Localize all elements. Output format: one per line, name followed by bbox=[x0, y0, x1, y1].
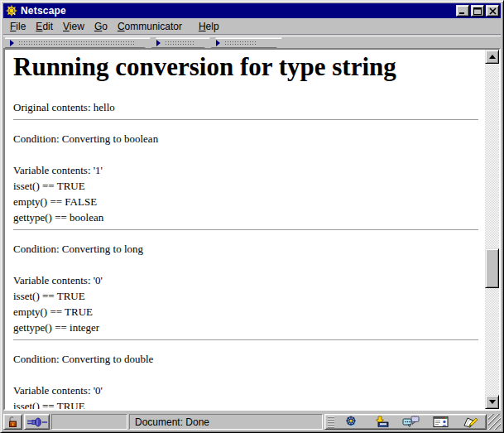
component-bar-grippy[interactable] bbox=[328, 416, 334, 428]
close-button[interactable] bbox=[486, 5, 499, 17]
collapsed-toolbar-strip bbox=[3, 36, 501, 48]
inbox-button[interactable] bbox=[371, 416, 392, 429]
result-line: empty() == TRUE bbox=[13, 304, 480, 320]
result-line: Variable contents: '0' bbox=[13, 272, 480, 288]
titlebar[interactable]: Netscape bbox=[3, 3, 501, 18]
horizontal-rule bbox=[13, 339, 478, 341]
horizontal-rule bbox=[13, 119, 478, 121]
netscape-window: Netscape File Edit View Go Communicator … bbox=[0, 0, 504, 433]
result-line: empty() == FALSE bbox=[13, 194, 480, 209]
navigator-wheel-icon bbox=[344, 415, 360, 429]
menu-go[interactable]: Go bbox=[89, 19, 113, 34]
address-book-icon bbox=[433, 416, 449, 428]
navigation-toolbar-tab[interactable] bbox=[5, 37, 151, 48]
maximize-button[interactable] bbox=[471, 5, 484, 17]
toolbar-texture bbox=[18, 41, 134, 46]
result-line: Variable contents: '1' bbox=[13, 162, 480, 178]
horizontal-rule bbox=[13, 229, 478, 231]
composer-button[interactable] bbox=[459, 416, 481, 429]
result-block: Variable contents: '0' isset() == TRUE bbox=[13, 382, 480, 409]
scroll-up-button[interactable] bbox=[485, 50, 499, 64]
menu-file[interactable]: File bbox=[5, 19, 31, 34]
expand-arrow-icon bbox=[10, 40, 14, 46]
location-toolbar-tab[interactable] bbox=[151, 37, 210, 48]
security-button[interactable] bbox=[3, 414, 22, 430]
address-book-button[interactable] bbox=[430, 416, 451, 429]
security-lock-icon bbox=[7, 416, 18, 428]
condition-line: Condition: Converting to double bbox=[13, 351, 480, 367]
navigator-button[interactable] bbox=[341, 416, 362, 429]
toolbar-texture bbox=[224, 41, 256, 46]
result-line: gettype() == integer bbox=[13, 320, 480, 335]
progress-bar bbox=[51, 414, 127, 430]
vertical-scrollbar[interactable] bbox=[485, 50, 499, 409]
window-title: Netscape bbox=[21, 5, 454, 17]
menubar: File Edit View Go Communicator Help bbox=[3, 19, 501, 35]
page-title: Running conversion for type string bbox=[13, 53, 480, 81]
component-bar bbox=[324, 414, 487, 430]
composer-icon bbox=[462, 416, 479, 429]
component-icons bbox=[341, 416, 481, 429]
condition-line: Condition: Converting to boolean bbox=[13, 131, 480, 147]
online-status-button[interactable] bbox=[24, 414, 50, 430]
result-line: gettype() == boolean bbox=[13, 209, 480, 225]
statusbar: Document: Done bbox=[3, 413, 501, 430]
personal-toolbar-tab[interactable] bbox=[211, 37, 282, 48]
online-plug-icon bbox=[27, 417, 47, 427]
result-line: isset() == TRUE bbox=[13, 398, 480, 409]
discussions-button[interactable] bbox=[401, 416, 422, 429]
scroll-down-button[interactable] bbox=[485, 395, 499, 409]
scrollbar-thumb[interactable] bbox=[485, 248, 499, 288]
close-icon bbox=[489, 7, 497, 15]
inbox-icon bbox=[373, 416, 390, 429]
result-line: Variable contents: '0' bbox=[13, 382, 480, 398]
menu-view[interactable]: View bbox=[58, 19, 89, 34]
result-line: isset() == TRUE bbox=[13, 288, 480, 304]
result-block: Variable contents: '1' isset() == TRUE e… bbox=[13, 162, 480, 225]
scroll-down-icon bbox=[489, 400, 496, 404]
status-message: Document: Done bbox=[129, 414, 323, 430]
maximize-icon bbox=[473, 7, 482, 15]
minimize-button[interactable] bbox=[456, 5, 469, 17]
menu-communicator[interactable]: Communicator bbox=[113, 19, 187, 34]
menu-edit[interactable]: Edit bbox=[31, 19, 58, 34]
netscape-logo-icon bbox=[5, 4, 18, 17]
result-line: isset() == TRUE bbox=[13, 178, 480, 194]
toolbar-texture bbox=[165, 41, 194, 46]
result-block: Variable contents: '0' isset() == TRUE e… bbox=[13, 272, 480, 335]
discussions-icon bbox=[402, 416, 420, 428]
condition-line: Condition: Converting to long bbox=[13, 241, 480, 257]
expand-arrow-icon bbox=[216, 40, 220, 46]
menu-help[interactable]: Help bbox=[194, 19, 224, 34]
original-contents-line: Original contents: hello bbox=[13, 99, 480, 115]
scroll-up-icon bbox=[489, 55, 496, 59]
resize-grip-icon[interactable] bbox=[488, 414, 501, 430]
expand-arrow-icon bbox=[156, 40, 161, 46]
browser-viewport: Running conversion for type string Origi… bbox=[3, 48, 501, 411]
minimize-icon bbox=[458, 7, 467, 15]
web-page: Running conversion for type string Origi… bbox=[5, 50, 485, 409]
